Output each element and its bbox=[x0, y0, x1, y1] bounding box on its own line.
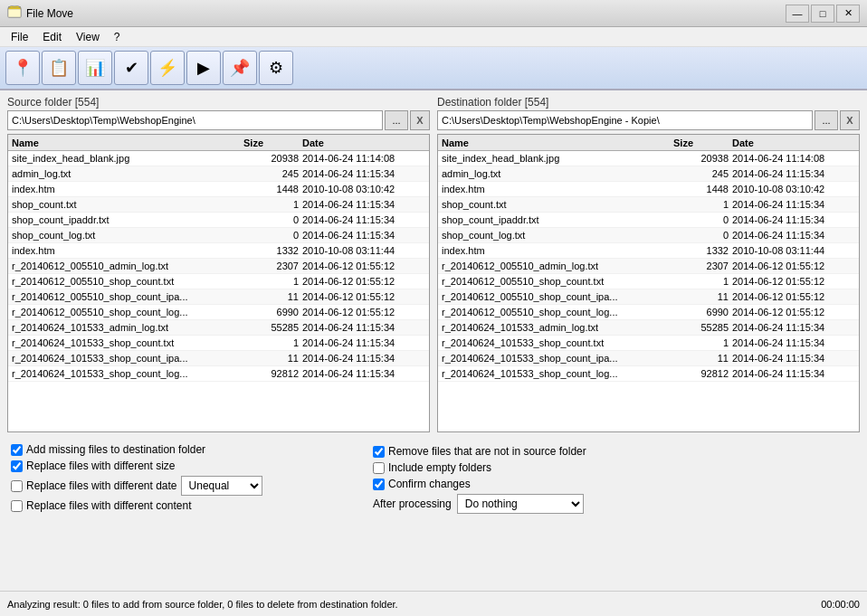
include-empty-folders-checkbox[interactable] bbox=[373, 462, 385, 474]
confirm-changes-label[interactable]: Confirm changes bbox=[388, 478, 471, 490]
table-row[interactable]: r_20140624_101533_shop_count.txt 1 2014-… bbox=[438, 336, 859, 351]
source-file-list-body[interactable]: site_index_head_blank.jpg 20938 2014-06-… bbox=[8, 151, 429, 431]
remove-not-in-source-row: Remove files that are not in source fold… bbox=[373, 445, 856, 458]
date-comparison-dropdown[interactable]: Unequal Older Newer bbox=[181, 476, 262, 496]
table-row[interactable]: r_20140612_005510_admin_log.txt 2307 201… bbox=[8, 259, 429, 274]
file-date: 2014-06-12 01:55:12 bbox=[730, 307, 857, 317]
file-name: index.htm bbox=[440, 184, 672, 194]
menu-help[interactable]: ? bbox=[107, 29, 128, 45]
table-row[interactable]: r_20140612_005510_shop_count_log... 6990… bbox=[438, 305, 859, 320]
table-row[interactable]: admin_log.txt 245 2014-06-24 11:15:34 bbox=[438, 166, 859, 182]
toolbar-chart-button[interactable]: 📊 bbox=[78, 51, 112, 85]
table-row[interactable]: shop_count.txt 1 2014-06-24 11:15:34 bbox=[438, 197, 859, 213]
file-date: 2014-06-24 11:15:34 bbox=[300, 337, 427, 348]
remove-not-in-source-label[interactable]: Remove files that are not in source fold… bbox=[388, 445, 586, 458]
toolbar-copy-button[interactable]: 📋 bbox=[42, 51, 76, 85]
table-row[interactable]: index.htm 1448 2010-10-08 03:10:42 bbox=[8, 182, 429, 197]
file-size: 1 bbox=[242, 276, 300, 287]
file-date: 2014-06-24 11:15:34 bbox=[300, 214, 427, 225]
minimize-button[interactable]: — bbox=[786, 5, 809, 23]
replace-size-label[interactable]: Replace files with different size bbox=[26, 460, 176, 472]
maximize-button[interactable]: □ bbox=[811, 5, 834, 23]
file-size: 245 bbox=[242, 168, 300, 179]
table-row[interactable]: site_index_head_blank.jpg 20938 2014-06-… bbox=[8, 151, 429, 166]
after-processing-dropdown[interactable]: Do nothing Shutdown Hibernate Sleep bbox=[457, 494, 584, 514]
remove-not-in-source-checkbox[interactable] bbox=[373, 446, 385, 458]
table-row[interactable]: shop_count_ipaddr.txt 0 2014-06-24 11:15… bbox=[438, 213, 859, 228]
window-title: File Move bbox=[26, 7, 786, 20]
destination-browse-button[interactable]: ... bbox=[815, 110, 838, 130]
close-button[interactable]: ✕ bbox=[836, 5, 860, 23]
file-name: index.htm bbox=[10, 245, 242, 256]
table-row[interactable]: index.htm 1332 2010-10-08 03:11:44 bbox=[8, 243, 429, 259]
options-section: Add missing files to destination folder … bbox=[7, 438, 860, 526]
table-row[interactable]: index.htm 1332 2010-10-08 03:11:44 bbox=[438, 243, 859, 259]
table-row[interactable]: index.htm 1448 2010-10-08 03:10:42 bbox=[438, 182, 859, 197]
table-row[interactable]: r_20140624_101533_shop_count_ipa... 11 2… bbox=[8, 351, 429, 366]
folders-row: Source folder [554] ... X Destination fo… bbox=[7, 96, 860, 130]
dest-file-list-body[interactable]: site_index_head_blank.jpg 20938 2014-06-… bbox=[438, 151, 859, 431]
add-missing-checkbox[interactable] bbox=[11, 444, 23, 456]
destination-file-list: Name Size Date site_index_head_blank.jpg… bbox=[437, 134, 860, 432]
table-row[interactable]: shop_count.txt 1 2014-06-24 11:15:34 bbox=[8, 197, 429, 213]
toolbar-check-button[interactable]: ✔ bbox=[114, 51, 148, 85]
toolbar-play-button[interactable]: ▶ bbox=[186, 51, 221, 85]
destination-clear-button[interactable]: X bbox=[840, 110, 860, 130]
file-size: 2307 bbox=[242, 261, 300, 271]
table-row[interactable]: r_20140624_101533_admin_log.txt 55285 20… bbox=[8, 320, 429, 336]
file-name: r_20140612_005510_shop_count_log... bbox=[440, 307, 672, 317]
menu-edit[interactable]: Edit bbox=[35, 29, 69, 45]
table-row[interactable]: r_20140612_005510_shop_count.txt 1 2014-… bbox=[8, 274, 429, 289]
toolbar-settings-button[interactable]: ⚙ bbox=[259, 51, 293, 85]
table-row[interactable]: shop_count_ipaddr.txt 0 2014-06-24 11:15… bbox=[8, 213, 429, 228]
file-date: 2014-06-12 01:55:12 bbox=[300, 291, 427, 302]
file-date: 2010-10-08 03:10:42 bbox=[300, 184, 427, 194]
table-row[interactable]: r_20140612_005510_admin_log.txt 2307 201… bbox=[438, 259, 859, 274]
settings-icon: ⚙ bbox=[269, 58, 283, 78]
source-file-list: Name Size Date site_index_head_blank.jpg… bbox=[7, 134, 430, 432]
file-name: r_20140612_005510_admin_log.txt bbox=[10, 261, 242, 271]
table-row[interactable]: shop_count_log.txt 0 2014-06-24 11:15:34 bbox=[8, 228, 429, 243]
table-row[interactable]: shop_count_log.txt 0 2014-06-24 11:15:34 bbox=[438, 228, 859, 243]
replace-date-label[interactable]: Replace files with different date bbox=[26, 479, 177, 492]
toolbar-clipboard-button[interactable]: 📌 bbox=[223, 51, 257, 85]
toolbar-location-button[interactable]: 📍 bbox=[5, 51, 40, 85]
source-browse-button[interactable]: ... bbox=[385, 110, 408, 130]
options-right: Remove files that are not in source fold… bbox=[373, 445, 856, 514]
destination-folder-input[interactable] bbox=[437, 110, 813, 130]
table-row[interactable]: admin_log.txt 245 2014-06-24 11:15:34 bbox=[8, 166, 429, 182]
table-row[interactable]: r_20140624_101533_shop_count_log... 9281… bbox=[438, 366, 859, 382]
table-row[interactable]: r_20140624_101533_shop_count.txt 1 2014-… bbox=[8, 336, 429, 351]
menu-file[interactable]: File bbox=[4, 29, 35, 45]
add-missing-label[interactable]: Add missing files to destination folder bbox=[26, 443, 205, 456]
file-date: 2014-06-24 11:15:34 bbox=[730, 337, 857, 348]
replace-size-checkbox[interactable] bbox=[11, 460, 23, 472]
file-size: 1448 bbox=[672, 184, 730, 194]
replace-date-checkbox[interactable] bbox=[11, 480, 23, 492]
source-clear-button[interactable]: X bbox=[410, 110, 430, 130]
include-empty-folders-label[interactable]: Include empty folders bbox=[388, 461, 491, 474]
table-row[interactable]: r_20140612_005510_shop_count.txt 1 2014-… bbox=[438, 274, 859, 289]
menu-bar: File Edit View ? bbox=[0, 27, 867, 47]
file-name: r_20140612_005510_shop_count.txt bbox=[440, 276, 672, 287]
file-name: r_20140612_005510_shop_count.txt bbox=[10, 276, 242, 287]
table-row[interactable]: r_20140624_101533_admin_log.txt 55285 20… bbox=[438, 320, 859, 336]
file-size: 6990 bbox=[242, 307, 300, 317]
table-row[interactable]: r_20140612_005510_shop_count_ipa... 11 2… bbox=[8, 289, 429, 305]
table-row[interactable]: r_20140624_101533_shop_count_ipa... 11 2… bbox=[438, 351, 859, 366]
table-row[interactable]: r_20140612_005510_shop_count_ipa... 11 2… bbox=[438, 289, 859, 305]
toolbar-lightning-button[interactable]: ⚡ bbox=[150, 51, 185, 85]
table-row[interactable]: r_20140612_005510_shop_count_log... 6990… bbox=[8, 305, 429, 320]
file-name: r_20140624_101533_admin_log.txt bbox=[10, 322, 242, 333]
replace-content-checkbox[interactable] bbox=[11, 500, 23, 512]
menu-view[interactable]: View bbox=[69, 29, 107, 45]
file-name: r_20140624_101533_shop_count_log... bbox=[440, 368, 672, 379]
source-folder-input[interactable] bbox=[7, 110, 383, 130]
table-row[interactable]: site_index_head_blank.jpg 20938 2014-06-… bbox=[438, 151, 859, 166]
file-size: 1 bbox=[672, 276, 730, 287]
file-date: 2014-06-24 11:14:08 bbox=[300, 153, 427, 164]
confirm-changes-checkbox[interactable] bbox=[373, 479, 385, 490]
table-row[interactable]: r_20140624_101533_shop_count_log... 9281… bbox=[8, 366, 429, 382]
replace-content-label[interactable]: Replace files with different content bbox=[26, 499, 192, 512]
file-size: 0 bbox=[672, 230, 730, 241]
